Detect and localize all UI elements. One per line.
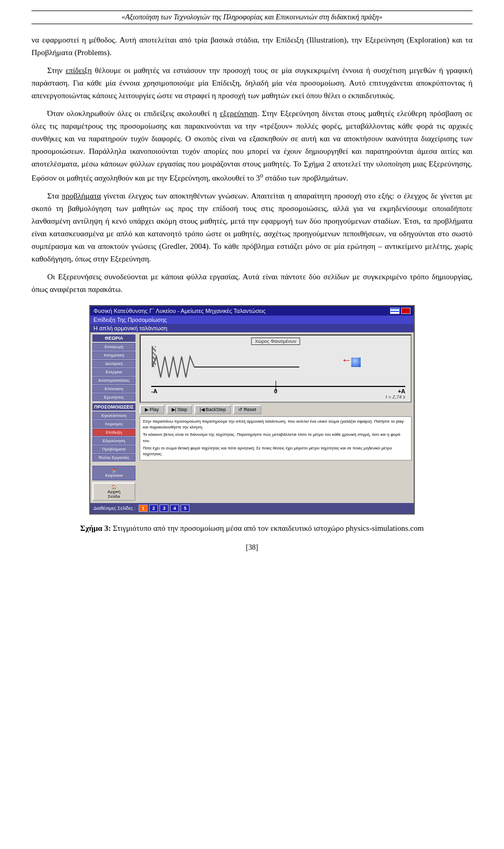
flag-gr <box>390 308 400 314</box>
caption-area: Σχήμα 3: Στιγμιότυπο από την προσομοίωση… <box>32 524 472 533</box>
sim-subtitle: Επίδειξη Της Προσομοίωσης <box>90 316 414 324</box>
sim-main: Χώρος Φαινομένων ← -Α 0 +Α <box>138 332 414 503</box>
sim-controls: ▶ Play ▶| Step |◀ BackStep ↺ Reset <box>140 405 412 414</box>
theory-section-title: ΘΕΩΡΙΑ <box>92 334 135 342</box>
sim-text-3: Πότε έχει το σώμα θετική φορά ταχύτητας … <box>143 445 408 457</box>
caption-bold: Σχήμα 3: <box>80 524 111 532</box>
sim-body: ΘΕΩΡΙΑ Εισαγωγή Κινηματική Δυναμική Ενέρ… <box>90 332 414 503</box>
page-nav: 1 2 3 4 5 <box>139 505 190 512</box>
spring-svg <box>152 351 328 383</box>
chapters-btn[interactable]: 📚 Κεφάλαια <box>92 466 135 480</box>
paragraph-3: Όταν ολοκληρωθούν όλες οι επιδείξεις ακο… <box>32 107 472 184</box>
sim-subtitle-text: Επίδειξη Της Προσομοίωσης <box>93 317 167 323</box>
menu-item-provlimata[interactable]: Προβλήματα <box>92 445 135 453</box>
reset-button[interactable]: ↺ Reset <box>233 405 261 414</box>
chapters-label: Κεφάλαια <box>94 473 134 478</box>
simulation-container: Φυσική Κατεύθυνσης Γ΄ Λυκείου - Αμείωτες… <box>89 305 415 515</box>
menu-item-xeirismos[interactable]: Χειρισμός <box>92 420 135 428</box>
play-button[interactable]: ▶ Play <box>140 405 164 414</box>
sim-footer: Διαθέσιμες Σελίδες : 1 2 3 4 5 <box>90 503 414 513</box>
menu-item-kinematiki[interactable]: Κινηματική <box>92 351 135 359</box>
menu-item-epideixh[interactable]: Επίδειξη <box>92 428 135 436</box>
canvas-label: Χώρος Φαινομένων <box>251 338 300 345</box>
blue-ball <box>351 358 361 367</box>
prosomiosets-section-title: ΠΡΟΣΟΜΟΙΩΣΕΙΣ <box>92 403 135 411</box>
header-text: «Αξιοποίηση των Τεχνολογιών της Πληροφορ… <box>121 13 382 21</box>
page-num-1[interactable]: 1 <box>139 505 148 512</box>
flag-uk <box>401 308 411 314</box>
sim-title-text: Φυσική Κατεύθυνσης Γ΄ Λυκείου - Αμείωτες… <box>93 308 266 314</box>
sim-canvas: Χώρος Φαινομένων ← -Α 0 +Α <box>140 334 412 403</box>
home-label: ΑρχικήΣελίδα <box>108 489 120 499</box>
menu-item-dynamiki[interactable]: Δυναμική <box>92 360 135 368</box>
backstep-button[interactable]: |◀ BackStep <box>194 405 231 414</box>
footer-label: Διαθέσιμες Σελίδες : <box>93 506 135 511</box>
step-button[interactable]: ▶| Step <box>166 405 193 414</box>
sim-text-1: Στην παραπάνω προσομοίωση παρατηρούμε τη… <box>143 418 408 430</box>
menu-item-egkat[interactable]: Εγκατάσταση <box>92 412 135 420</box>
red-arrow: ← <box>341 354 352 366</box>
sim-subtitle2: Η απλή αρμονική ταλάντωση <box>90 324 414 332</box>
paragraph-1: να εφαρμοστεί η μέθοδος. Αυτή αποτελείτα… <box>32 34 472 59</box>
paragraph-4: Στα προβλήματα γίνεται έλεγχος των αποκτ… <box>32 190 472 265</box>
axis-center-tick <box>276 381 276 391</box>
step-label: Step <box>177 407 187 412</box>
page-header: «Αξιοποίηση των Τεχνολογιών της Πληροφορ… <box>32 11 472 24</box>
paragraph-5: Οι Εξερευνήσεις συνοδεύονται με κάποια φ… <box>32 270 472 296</box>
page-num-5[interactable]: 5 <box>181 505 190 512</box>
page-num-2[interactable]: 2 <box>149 505 158 512</box>
sim-title-bar: Φυσική Κατεύθυνσης Γ΄ Λυκείου - Αμείωτες… <box>90 306 414 316</box>
caption-text: Στιγμιότυπο από την προσομοίωση μέσα από… <box>111 524 424 532</box>
sim-sidebar: ΘΕΩΡΙΑ Εισαγωγή Κινηματική Δυναμική Ενέρ… <box>90 332 138 503</box>
play-label: Play <box>150 407 159 412</box>
axis-label-left: -Α <box>151 388 158 394</box>
menu-item-anapara[interactable]: Αναπαραστάσεις <box>92 376 135 384</box>
sim-text-2: Το κόκκινο βέλος είναι το διάνυσμα της τ… <box>143 432 408 443</box>
time-label: t = 2,74 s <box>386 394 405 400</box>
home-btn[interactable]: 🏠ΑρχικήΣελίδα <box>92 483 135 501</box>
reset-icon: ↺ <box>238 407 243 412</box>
reset-label: Reset <box>244 407 256 412</box>
page-number: [38] <box>32 543 472 552</box>
menu-item-exereunisi[interactable]: Εξερεύνηση <box>92 437 135 445</box>
backstep-icon: |◀ <box>200 407 204 412</box>
menu-item-energia[interactable]: Ενέργεια <box>92 368 135 376</box>
menu-item-epektasi[interactable]: Επέκταση <box>92 385 135 393</box>
sim-text-area: Στην παραπάνω προσομοίωση παρατηρούμε τη… <box>140 416 412 460</box>
axis-line <box>151 386 405 387</box>
menu-item-eisagogi[interactable]: Εισαγωγή <box>92 343 135 351</box>
backstep-label: BackStep <box>206 407 226 412</box>
page-num-3[interactable]: 3 <box>160 505 169 512</box>
menu-item-fylla[interactable]: Φύλλα Εργασίας <box>92 454 135 462</box>
sim-subtitle2-text: Η απλή αρμονική ταλάντωση <box>93 325 167 331</box>
menu-item-erotiseis[interactable]: Ερωτήσεις <box>92 393 135 401</box>
page-num-4[interactable]: 4 <box>170 505 179 512</box>
sim-flags <box>390 308 411 314</box>
step-icon: ▶| <box>172 407 176 412</box>
paragraph-2: Στην επίδειξη θέλουμε οι μαθητές να εστι… <box>32 64 472 102</box>
axis-label-right: +Α <box>398 388 405 394</box>
play-icon: ▶ <box>145 407 149 412</box>
